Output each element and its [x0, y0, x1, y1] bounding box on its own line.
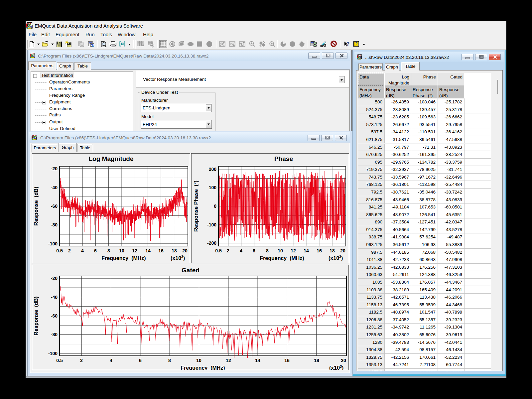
- svg-text:Log Magnitude: Log Magnitude: [88, 155, 133, 162]
- svg-text:6: 6: [139, 358, 142, 363]
- svg-text:(x10: (x10: [329, 365, 340, 370]
- svg-text:12: 12: [291, 248, 296, 253]
- svg-text:8: 8: [168, 358, 171, 363]
- svg-text:200: 200: [209, 167, 217, 172]
- svg-text:Response Phase (°): Response Phase (°): [193, 181, 199, 232]
- svg-text:4: 4: [81, 248, 84, 253]
- svg-text:): ): [341, 255, 343, 261]
- svg-text:Phase: Phase: [274, 155, 293, 162]
- svg-text:0.5: 0.5: [56, 248, 63, 253]
- svg-text:16: 16: [284, 358, 290, 363]
- svg-text:14: 14: [255, 358, 260, 363]
- svg-text:): ): [342, 365, 343, 370]
- svg-text:-60: -60: [51, 203, 58, 209]
- svg-text:16: 16: [158, 248, 164, 253]
- svg-text:14: 14: [304, 248, 309, 253]
- svg-text:Frequency (MHz): Frequency (MHz): [101, 255, 146, 261]
- svg-text:10: 10: [119, 248, 124, 253]
- svg-text:8: 8: [266, 248, 269, 253]
- svg-text:20: 20: [341, 358, 346, 363]
- svg-text:?: ?: [346, 41, 350, 47]
- svg-text:Response (dB): Response (dB): [33, 187, 39, 225]
- svg-text:18: 18: [330, 248, 335, 253]
- svg-text:2: 2: [80, 358, 83, 363]
- svg-text:-100: -100: [207, 222, 216, 227]
- svg-text:8: 8: [107, 248, 110, 253]
- svg-text:4: 4: [110, 358, 112, 363]
- svg-text:6: 6: [94, 248, 97, 253]
- svg-text:Gated: Gated: [182, 267, 200, 274]
- svg-text:16: 16: [317, 248, 322, 253]
- svg-text:-20: -20: [51, 276, 58, 281]
- svg-text:-200: -200: [207, 240, 216, 246]
- svg-text:20: 20: [340, 248, 345, 253]
- svg-text:100: 100: [209, 185, 217, 190]
- svg-text:10: 10: [196, 358, 201, 363]
- svg-text:-100: -100: [48, 241, 58, 246]
- svg-text:(x10: (x10: [171, 255, 181, 261]
- svg-text:6: 6: [253, 248, 255, 253]
- svg-text:2: 2: [68, 248, 71, 253]
- svg-text:14: 14: [145, 248, 151, 253]
- svg-text:-40: -40: [51, 185, 58, 190]
- svg-text:10: 10: [278, 248, 283, 253]
- svg-text:-80: -80: [51, 222, 58, 227]
- svg-text:12: 12: [226, 358, 231, 363]
- svg-text:-60: -60: [51, 313, 58, 319]
- svg-text:(x10: (x10: [329, 255, 339, 261]
- svg-text:12: 12: [132, 248, 137, 253]
- svg-text:Response (dB): Response (dB): [33, 296, 39, 335]
- svg-text:2: 2: [227, 248, 229, 253]
- svg-text:-100: -100: [48, 351, 58, 356]
- svg-text:-20: -20: [51, 166, 58, 171]
- svg-text:-40: -40: [51, 295, 58, 300]
- svg-text:18: 18: [172, 248, 177, 253]
- svg-text:4: 4: [240, 248, 242, 253]
- svg-text:0: 0: [214, 203, 216, 209]
- svg-text:0.5: 0.5: [56, 358, 63, 363]
- svg-text:18: 18: [314, 358, 319, 363]
- svg-text:): ): [183, 255, 185, 261]
- svg-text:0.5: 0.5: [215, 248, 222, 253]
- svg-text:?: ?: [355, 42, 357, 46]
- svg-text:-80: -80: [51, 332, 58, 337]
- svg-text:Frequency (MHz): Frequency (MHz): [260, 255, 304, 261]
- svg-text:20: 20: [182, 248, 188, 253]
- svg-text:Frequency (MHz): Frequency (MHz): [181, 365, 225, 370]
